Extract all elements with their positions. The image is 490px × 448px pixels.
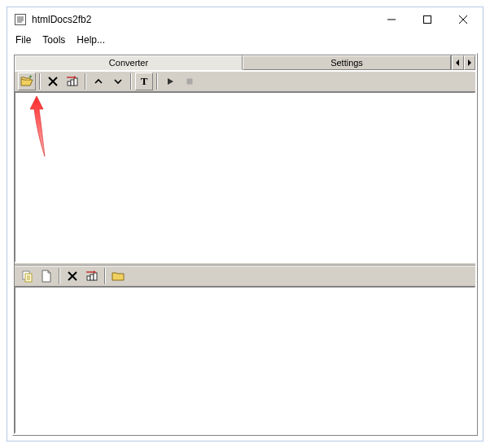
folder-button[interactable] — [109, 267, 127, 285]
open-button[interactable] — [18, 72, 36, 90]
queue-icon — [66, 75, 79, 88]
stop-button[interactable] — [181, 72, 199, 90]
toolbar-bottom — [15, 266, 475, 287]
svg-line-7 — [459, 15, 467, 24]
menu-tools[interactable]: Tools — [37, 33, 70, 47]
svg-marker-18 — [168, 78, 173, 85]
queue-button[interactable] — [63, 72, 81, 90]
chevron-up-icon — [94, 77, 103, 86]
toolbar-separator — [156, 73, 158, 90]
text-icon: T — [141, 75, 148, 88]
toolbar-separator — [104, 268, 106, 284]
client-inner: Converter Settings — [14, 55, 476, 434]
svg-rect-14 — [71, 80, 74, 86]
stop-icon — [186, 77, 194, 86]
play-icon — [166, 77, 174, 86]
svg-marker-9 — [456, 59, 459, 66]
chevron-down-icon — [113, 77, 123, 86]
svg-rect-29 — [94, 273, 97, 280]
svg-rect-13 — [68, 81, 71, 86]
toolbar-separator — [85, 73, 86, 90]
file-list-panel[interactable] — [15, 92, 475, 262]
delete-button-bottom[interactable] — [63, 267, 81, 285]
menu-file[interactable]: File — [11, 33, 36, 47]
svg-marker-10 — [468, 59, 471, 66]
app-window: htmlDocs2fb2 File Tools Help... Converte… — [7, 7, 483, 441]
move-up-button[interactable] — [90, 72, 107, 90]
svg-rect-0 — [15, 15, 26, 25]
open-folder-icon — [20, 75, 33, 88]
tab-scroll-left[interactable] — [452, 55, 464, 70]
tab-bar: Converter Settings — [15, 55, 475, 71]
svg-rect-27 — [87, 276, 90, 280]
queue-icon — [85, 270, 98, 283]
close-button[interactable] — [445, 8, 481, 31]
tab-settings-label: Settings — [330, 58, 363, 68]
move-down-button[interactable] — [109, 72, 127, 90]
menu-bar: File Tools Help... — [7, 32, 483, 48]
delete-button[interactable] — [44, 72, 62, 90]
window-controls — [374, 8, 481, 31]
copy-button[interactable] — [18, 267, 36, 285]
svg-rect-28 — [90, 275, 94, 280]
output-panel[interactable] — [15, 287, 475, 433]
new-button[interactable] — [37, 267, 55, 285]
tab-settings[interactable]: Settings — [243, 55, 451, 70]
tab-scroll — [451, 55, 475, 70]
annotation-arrow-icon — [27, 94, 51, 160]
maximize-button[interactable] — [409, 8, 445, 31]
queue-button-bottom[interactable] — [83, 267, 101, 285]
delete-x-icon — [47, 76, 59, 87]
toolbar-top: T — [15, 71, 475, 92]
tab-scroll-right[interactable] — [464, 55, 476, 70]
new-doc-icon — [41, 270, 52, 283]
toolbar-separator — [130, 73, 132, 90]
delete-x-icon — [67, 270, 78, 282]
svg-rect-19 — [187, 79, 193, 85]
svg-rect-15 — [74, 78, 77, 86]
folder-icon — [112, 270, 125, 282]
copy-doc-icon — [21, 270, 33, 283]
svg-line-8 — [459, 15, 467, 24]
client-area: Converter Settings — [12, 53, 478, 436]
tab-converter-label: Converter — [109, 58, 148, 68]
menu-help[interactable]: Help... — [72, 33, 110, 47]
svg-rect-6 — [424, 16, 431, 24]
window-title: htmlDocs2fb2 — [32, 14, 374, 25]
minimize-button[interactable] — [374, 8, 409, 31]
title-bar: htmlDocs2fb2 — [7, 7, 483, 32]
text-button[interactable]: T — [135, 72, 153, 90]
toolbar-separator — [39, 73, 41, 90]
app-icon — [14, 13, 27, 26]
toolbar-separator — [59, 268, 60, 284]
tab-converter[interactable]: Converter — [15, 55, 243, 70]
play-button[interactable] — [161, 72, 179, 90]
